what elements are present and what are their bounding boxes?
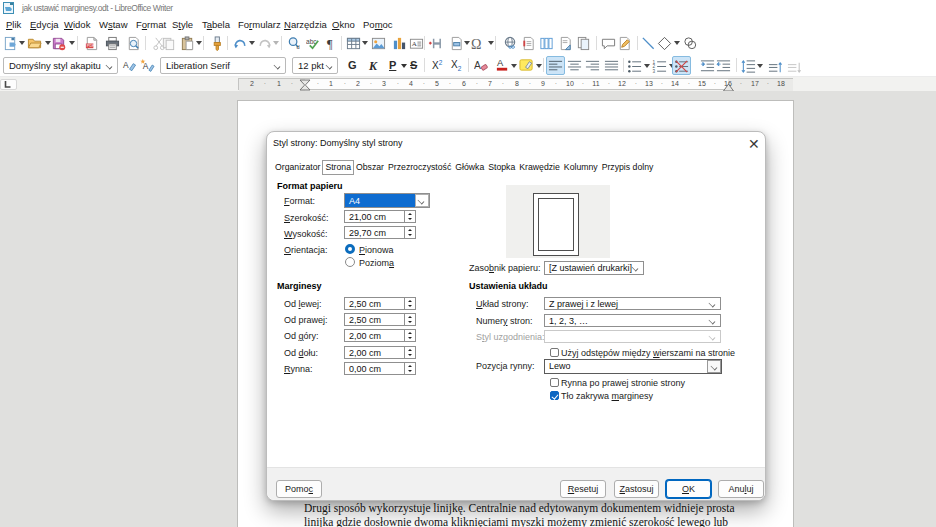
svg-text:A: A bbox=[143, 61, 149, 71]
svg-text:3: 3 bbox=[652, 69, 655, 74]
svg-text:¶: ¶ bbox=[327, 37, 333, 51]
svg-text:PDF: PDF bbox=[87, 43, 95, 48]
svg-text:A: A bbox=[123, 60, 129, 70]
svg-text:Ω: Ω bbox=[471, 36, 481, 51]
svg-text:d: d bbox=[296, 44, 299, 50]
svg-text:A: A bbox=[497, 58, 504, 68]
svg-text:A: A bbox=[474, 60, 481, 71]
